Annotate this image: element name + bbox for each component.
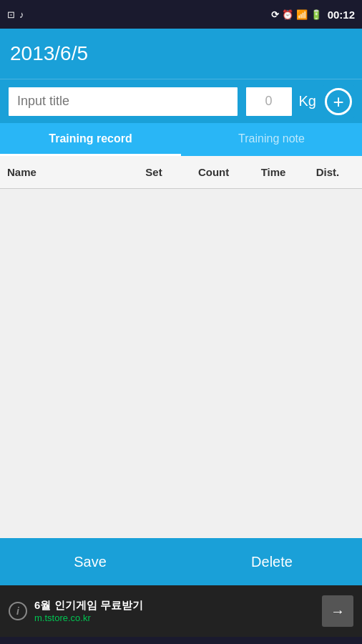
col-header-count: Count <box>181 166 246 178</box>
delete-button[interactable]: Delete <box>182 538 362 585</box>
header-date: 2013/6/5 <box>10 42 88 65</box>
add-icon: + <box>325 88 352 115</box>
add-button[interactable]: + <box>322 85 355 118</box>
input-row: Kg + <box>0 79 362 123</box>
ad-arrow-button[interactable]: → <box>322 595 353 627</box>
save-button[interactable]: Save <box>0 538 180 585</box>
tabs-row: Training record Training note <box>0 123 362 156</box>
count-input[interactable] <box>245 86 293 117</box>
tab-training-record[interactable]: Training record <box>0 123 181 156</box>
title-input[interactable] <box>7 86 239 117</box>
ad-arrow-icon: → <box>331 603 345 620</box>
battery-icon: 🔋 <box>310 9 322 20</box>
table-header: Name Set Count Time Dist. <box>0 156 362 189</box>
table-body <box>0 189 362 538</box>
kg-label: Kg <box>299 93 316 109</box>
col-header-set: Set <box>127 166 181 178</box>
signal-icon: 📶 <box>296 9 308 20</box>
sim-icon: ⊡ <box>7 9 15 20</box>
music-icon: ♪ <box>19 9 24 20</box>
time-display: 00:12 <box>328 9 355 21</box>
ad-subtitle: m.tstore.co.kr <box>34 613 322 623</box>
status-bar: ⊡ ♪ ⟳ ⏰ 📶 🔋 00:12 <box>0 0 362 29</box>
col-header-time: Time <box>246 166 300 178</box>
ad-info-icon: i <box>9 602 27 620</box>
app-header: 2013/6/5 <box>0 29 362 79</box>
ad-banner: i 6월 인기게임 무료받기 m.tstore.co.kr → <box>0 585 362 637</box>
ad-text: 6월 인기게임 무료받기 m.tstore.co.kr <box>34 599 322 623</box>
status-bar-left: ⊡ ♪ <box>7 9 24 20</box>
ad-title: 6월 인기게임 무료받기 <box>34 599 322 613</box>
bottom-buttons: Save Delete <box>0 538 362 585</box>
nav-bar <box>0 637 362 644</box>
col-header-dist: Dist. <box>300 166 355 178</box>
alarm-icon: ⏰ <box>282 9 293 20</box>
rotate-icon: ⟳ <box>271 9 279 20</box>
status-bar-right: ⟳ ⏰ 📶 🔋 00:12 <box>271 9 355 21</box>
col-header-name: Name <box>7 166 127 178</box>
tab-training-note[interactable]: Training note <box>181 123 362 156</box>
